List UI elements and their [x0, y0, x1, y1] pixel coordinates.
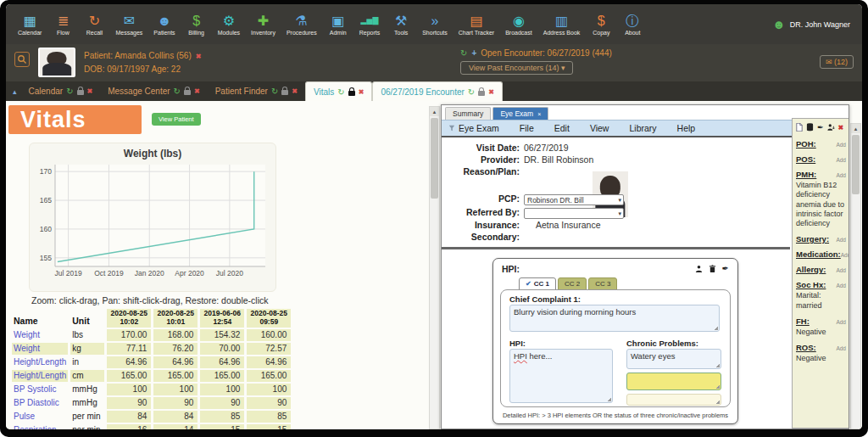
- add-link[interactable]: Add: [836, 345, 846, 351]
- lock-icon[interactable]: [281, 90, 288, 95]
- toolbar-item-chart-tracker[interactable]: ▤Chart Tracker: [459, 13, 494, 36]
- sidebar-section-label[interactable]: POH:: [796, 139, 816, 148]
- current-user[interactable]: ☻ DR. John Wagner: [772, 17, 850, 31]
- add-link[interactable]: Add: [836, 157, 846, 163]
- close-tab-icon[interactable]: ✖: [359, 88, 364, 96]
- chart-tab-patient-finder[interactable]: Patient Finder↻✖: [208, 81, 305, 101]
- document-icon[interactable]: [796, 123, 803, 132]
- tab-scroll-icon[interactable]: ▴: [13, 87, 17, 96]
- chart-tab-message-center[interactable]: Message Center↻✖: [100, 81, 207, 101]
- toolbar-item-modules[interactable]: ⚙Modules: [218, 13, 240, 36]
- toolbar-item-inventory[interactable]: ✚Inventory: [251, 13, 275, 36]
- close-icon[interactable]: ×: [537, 111, 541, 117]
- person-icon[interactable]: [695, 265, 703, 272]
- encounter-area-scrollbar[interactable]: ▲: [429, 106, 440, 429]
- close-tab-icon[interactable]: ✖: [292, 87, 298, 95]
- refresh-encounter-icon[interactable]: ↻: [460, 48, 467, 58]
- cc-tab-cc-1[interactable]: ✔CC 1: [519, 277, 556, 290]
- tab-eye-exam[interactable]: Eye Exam ×: [492, 107, 548, 120]
- trash-icon[interactable]: [709, 265, 716, 273]
- sidebar-section-label[interactable]: Medication:: [796, 249, 841, 259]
- toolbar-item-admin[interactable]: ▣Admin: [328, 13, 348, 36]
- menu-item-edit[interactable]: Edit: [554, 123, 570, 133]
- menu-item-file[interactable]: File: [520, 123, 534, 133]
- toolbar-item-address-book[interactable]: ▥Address Book: [543, 13, 581, 36]
- weight-chart-card[interactable]: Weight (lbs) Jul 2019Oct 2019Jan 2020Apr…: [29, 143, 276, 292]
- add-link[interactable]: Add: [836, 237, 846, 243]
- referred-by-select[interactable]: ▾: [524, 208, 624, 219]
- cc-tab-cc-3[interactable]: CC 3: [588, 277, 617, 290]
- sidebar-section-label[interactable]: POS:: [796, 154, 815, 164]
- menu-item-eye-exam[interactable]: Eye Exam: [448, 123, 499, 133]
- person-export-icon[interactable]: [827, 123, 835, 132]
- toolbar-item-flow[interactable]: ≣Flow: [53, 13, 73, 36]
- sidebar-section-label[interactable]: FH:: [796, 317, 810, 326]
- sidebar-section-label[interactable]: ROS:: [796, 343, 816, 352]
- column-header[interactable]: 2019-06-06 12:54: [200, 309, 244, 328]
- toolbar-item-shortcuts[interactable]: »Shortcuts: [422, 13, 448, 36]
- add-link[interactable]: Add: [836, 283, 846, 289]
- add-encounter-icon[interactable]: +: [471, 48, 476, 58]
- toolbar-item-recall[interactable]: ↻Recall: [84, 13, 104, 36]
- tab-summary[interactable]: Summary: [445, 107, 491, 120]
- weight-line-chart[interactable]: Jul 2019Oct 2019Jan 2020Apr 2020Jul 2020…: [30, 160, 277, 287]
- vital-name-link[interactable]: BP Diastolic: [12, 397, 68, 409]
- lock-icon[interactable]: [77, 90, 84, 95]
- toolbar-item-messages[interactable]: ✉Messages: [115, 13, 142, 36]
- scrollbar-thumb[interactable]: [852, 135, 860, 194]
- lock-icon[interactable]: [478, 91, 485, 96]
- view-past-encounters-button[interactable]: View Past Encounters (14) ▾: [460, 61, 573, 75]
- scroll-up-icon[interactable]: ▲: [851, 124, 860, 133]
- add-link[interactable]: Add: [836, 142, 846, 148]
- column-header[interactable]: Unit: [70, 309, 104, 328]
- vital-name-link[interactable]: Respiration: [12, 424, 68, 429]
- toolbar-item-patients[interactable]: ☻Patients: [153, 13, 175, 36]
- menu-item-help[interactable]: Help: [677, 123, 696, 133]
- refresh-icon[interactable]: ↻: [271, 87, 278, 96]
- patient-search-button[interactable]: [14, 52, 30, 67]
- pencil-icon[interactable]: ✒: [817, 124, 824, 132]
- toolbar-item-reports[interactable]: ▂▅▇Reports: [359, 13, 381, 36]
- add-link[interactable]: Add: [836, 172, 846, 178]
- lock-icon[interactable]: [348, 91, 355, 96]
- column-header[interactable]: Name: [12, 309, 68, 328]
- sidebar-section-label[interactable]: PMH:: [796, 170, 816, 179]
- add-link[interactable]: Add: [836, 267, 846, 273]
- toolbar-item-copay[interactable]: $Copay: [591, 13, 611, 36]
- toolbar-item-broadcast[interactable]: ◉Broadcast: [505, 13, 532, 36]
- lock-icon[interactable]: [184, 90, 191, 95]
- cc-tab-cc-2[interactable]: CC 2: [558, 277, 587, 290]
- hpi-textarea[interactable]: HPI here...: [509, 349, 613, 403]
- chart-tab-vitals[interactable]: Vitals↻✖: [305, 81, 372, 101]
- vital-name-link[interactable]: Weight: [12, 329, 68, 341]
- cc1-textarea[interactable]: Blurry vision during morning hours: [509, 305, 720, 332]
- chronic-problem-2-textarea[interactable]: [626, 373, 721, 390]
- vital-name-link[interactable]: Pulse: [12, 411, 68, 423]
- sidebar-scrollbar[interactable]: ▲: [850, 123, 861, 429]
- sidebar-section-label[interactable]: Soc Hx:: [796, 280, 826, 289]
- view-patient-button[interactable]: View Patient: [152, 113, 201, 126]
- toolbar-item-about[interactable]: ⓘAbout: [622, 13, 643, 36]
- vital-name-link[interactable]: Height/Length: [12, 356, 68, 368]
- add-link[interactable]: Add: [836, 319, 846, 325]
- column-header[interactable]: 2020-08-25 10:01: [153, 309, 198, 328]
- toolbar-item-billing[interactable]: $Billing: [186, 13, 207, 36]
- patient-photo[interactable]: [38, 48, 75, 77]
- menu-item-view[interactable]: View: [590, 123, 609, 133]
- refresh-icon[interactable]: ↻: [468, 87, 475, 97]
- close-tab-icon[interactable]: ✖: [194, 87, 200, 95]
- toolbar-item-calendar[interactable]: ▦Calendar: [18, 13, 42, 36]
- open-encounter-label[interactable]: Open Encounter: 06/27/2019 (444): [481, 48, 612, 58]
- sidebar-section-label[interactable]: Surgery:: [796, 234, 829, 244]
- close-icon[interactable]: ✖: [838, 124, 844, 132]
- scrollbar-thumb[interactable]: [431, 118, 438, 199]
- mail-button[interactable]: ✉ (12): [820, 55, 854, 69]
- close-tab-icon[interactable]: ✖: [87, 87, 93, 95]
- chart-tab-calendar[interactable]: Calendar↻✖: [21, 81, 101, 101]
- menu-item-library[interactable]: Library: [629, 123, 656, 133]
- close-patient-icon[interactable]: ✖: [196, 53, 202, 60]
- scroll-up-icon[interactable]: ▲: [430, 107, 439, 116]
- vital-name-link[interactable]: BP Systolic: [12, 384, 68, 395]
- close-tab-icon[interactable]: ✖: [488, 88, 494, 96]
- vital-name-link[interactable]: Height/Length: [12, 370, 68, 382]
